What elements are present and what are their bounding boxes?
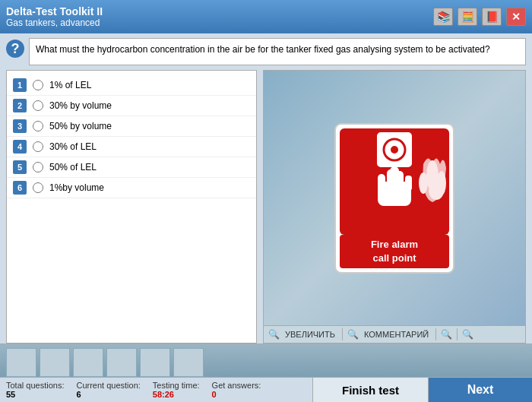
option-row-1: 11% of LEL (7, 75, 256, 96)
option-label-3[interactable]: 50% by volume (49, 121, 112, 131)
option-label-2[interactable]: 30% by volume (49, 100, 112, 111)
search-icon: 🔍 (441, 329, 452, 340)
thumbnail-strip (0, 343, 532, 380)
question-text: What must the hydrocarbon concentration … (36, 44, 490, 55)
close-btn[interactable]: ✕ (506, 8, 526, 26)
option-radio-6[interactable] (33, 182, 43, 193)
total-questions-group: Total questions: 55 (6, 381, 64, 399)
option-number-4: 4 (13, 140, 27, 154)
get-answers-value: 0 (212, 390, 261, 399)
question-area: ? What must the hydrocarbon concentratio… (0, 33, 532, 70)
total-questions-value: 55 (6, 390, 64, 399)
app-subtitle: Gas tankers, advanced (6, 17, 103, 28)
option-row-6: 61%by volume (7, 178, 256, 198)
option-radio-2[interactable] (33, 100, 43, 111)
current-question-group: Current question: 6 (76, 381, 140, 399)
footer-buttons: Finish test Next (312, 378, 532, 402)
thumb-5[interactable] (140, 348, 170, 377)
thumb-3[interactable] (73, 348, 103, 377)
thumb-6[interactable] (173, 348, 204, 377)
testing-time-value: 58:26 (153, 390, 200, 399)
image-area: Fire alarm call point (264, 71, 525, 325)
get-answers-group: Get answers: 0 (212, 381, 261, 399)
option-label-1[interactable]: 1% of LEL (49, 80, 91, 90)
get-answers-label: Get answers: (212, 381, 261, 390)
option-label-4[interactable]: 30% of LEL (49, 141, 97, 152)
image-toolbar: 🔍 УВЕЛИЧИТЬ 🔍 КОММЕНТАРИЙ 🔍 🔍 (264, 325, 525, 343)
finish-test-button[interactable]: Finish test (312, 378, 429, 402)
option-label-6[interactable]: 1%by volume (49, 182, 104, 193)
option-row-5: 550% of LEL (7, 157, 256, 178)
book-icon-btn[interactable]: 📚 (433, 8, 453, 26)
current-question-label: Current question: (76, 381, 140, 390)
thumb-4[interactable] (106, 348, 137, 377)
question-box: What must the hydrocarbon concentration … (29, 38, 526, 65)
comment-icon: 🔍 (347, 329, 359, 340)
option-number-6: 6 (13, 181, 27, 195)
option-radio-3[interactable] (33, 121, 43, 131)
option-number-2: 2 (13, 99, 27, 112)
svg-rect-10 (405, 176, 412, 191)
thumb-1[interactable] (6, 348, 36, 377)
option-radio-5[interactable] (33, 162, 43, 173)
fire-alarm-sign: Fire alarm call point (334, 122, 455, 274)
footer-stats: Total questions: 55 Current question: 6 … (0, 378, 312, 402)
option-row-3: 350% by volume (7, 116, 256, 137)
svg-text:Fire alarm: Fire alarm (371, 239, 418, 250)
thumb-2[interactable] (40, 348, 70, 377)
next-button[interactable]: Next (429, 378, 532, 402)
separator1 (342, 328, 343, 340)
option-number-5: 5 (13, 160, 27, 174)
option-number-3: 3 (13, 119, 27, 133)
zoom-in-icon: 🔍 (462, 329, 473, 340)
option-number-1: 1 (13, 78, 27, 92)
image-panel: Fire alarm call point 🔍 УВЕЛИЧИТЬ 🔍 КОММ… (263, 70, 526, 343)
title-text: Delta-Test Toolkit II Gas tankers, advan… (6, 5, 103, 28)
calc-icon-btn[interactable]: 🧮 (458, 8, 477, 26)
svg-rect-9 (396, 171, 404, 191)
app-title: Delta-Test Toolkit II (6, 5, 103, 17)
total-questions-label: Total questions: (6, 381, 64, 390)
zoom-btn[interactable]: УВЕЛИЧИТЬ (283, 329, 337, 340)
question-icon: ? (6, 40, 24, 58)
svg-point-4 (391, 146, 398, 154)
testing-time-group: Testing time: 58:26 (153, 381, 200, 399)
svg-text:call point: call point (372, 252, 416, 264)
footer: Total questions: 55 Current question: 6 … (0, 377, 532, 402)
current-question-value: 6 (76, 390, 140, 399)
option-radio-4[interactable] (33, 141, 43, 152)
option-radio-1[interactable] (33, 80, 43, 90)
separator3 (457, 328, 458, 340)
separator2 (435, 328, 436, 340)
title-bar: Delta-Test Toolkit II Gas tankers, advan… (0, 0, 532, 33)
main-content: 11% of LEL230% by volume350% by volume43… (0, 70, 532, 343)
comment-btn[interactable]: КОММЕНТАРИЙ (362, 329, 431, 340)
title-icons: 📚 🧮 📕 ✕ (433, 8, 526, 26)
option-row-2: 230% by volume (7, 96, 256, 116)
zoom-icon: 🔍 (268, 329, 280, 340)
option-row-4: 430% of LEL (7, 137, 256, 157)
svg-rect-7 (378, 174, 385, 191)
testing-time-label: Testing time: (153, 381, 200, 390)
info-icon-btn[interactable]: 📕 (482, 8, 502, 26)
option-label-5[interactable]: 50% of LEL (49, 162, 97, 173)
svg-rect-8 (387, 169, 394, 191)
options-panel: 11% of LEL230% by volume350% by volume43… (6, 70, 257, 343)
